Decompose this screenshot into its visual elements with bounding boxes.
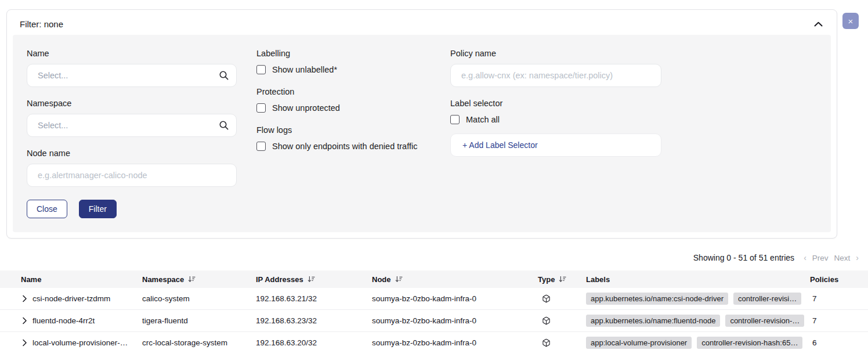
filter-column-right: Policy name Label selector Match all + A… [450,49,661,157]
show-unprotected-label: Show unprotected [272,103,340,113]
endpoint-node: soumya-bz-0zbo-kadm-infra-0 [372,294,538,303]
name-select-input[interactable] [27,64,237,87]
show-unlabelled-checkbox[interactable] [256,65,266,74]
filter-panel: Filter: none Name [6,9,837,239]
expand-row-chevron-right-icon[interactable] [22,339,27,347]
endpoints-page: Filter: none Name [0,0,868,350]
show-unlabelled-option: Show unlabelled* [256,65,431,74]
prev-chevron-icon[interactable]: ‹ [804,253,806,262]
match-all-option: Match all [450,115,661,124]
endpoint-ip: 192.168.63.21/32 [256,294,372,303]
endpoint-namespace: tigera-fluentd [142,316,256,325]
next-chevron-icon[interactable]: › [856,253,859,262]
close-icon: × [848,16,853,26]
endpoint-ip: 192.168.63.20/32 [256,338,372,347]
prev-page-button[interactable]: Prev [812,254,829,262]
show-unlabelled-label: Show unlabelled* [272,65,337,74]
policies-count: 6 [810,338,868,347]
name-field-label: Name [27,49,237,58]
chevron-up-icon [814,21,823,27]
search-icon [219,70,229,81]
expand-row-chevron-right-icon[interactable] [22,295,27,302]
sort-icon[interactable] [308,276,315,283]
node-name-input[interactable] [27,164,237,187]
table-header-row: Name Namespace IP Addresses Node [0,270,868,288]
policy-name-filter-field: Policy name [450,49,661,87]
match-all-label: Match all [466,115,500,124]
sort-icon[interactable] [559,276,566,283]
filter-column-middle: Labelling Show unlabelled* Protection Sh… [256,49,431,164]
filter-column-left: Name Namespace [27,49,237,218]
policy-name-field-label: Policy name [450,49,661,58]
column-header-name[interactable]: Name [0,275,142,284]
label-chip[interactable]: app.kubernetes.io/name:fluentd-node [586,315,720,327]
sort-icon[interactable] [188,276,196,283]
node-name-filter-field: Node name [27,149,237,187]
collapse-filter-button[interactable] [813,20,824,28]
namespace-filter-field: Namespace [27,99,237,137]
denied-traffic-option: Show only endpoints with denied traffic [256,142,431,151]
filter-form: Name Namespace [13,35,831,232]
column-header-type[interactable]: Type [538,275,583,284]
name-filter-field: Name [27,49,237,87]
label-chip[interactable]: controller-revision-… [725,315,804,327]
pagination-bar: Showing 0 - 51 of 51 entries ‹ Prev Next… [0,239,868,265]
endpoint-namespace: calico-system [142,294,256,303]
policy-name-input[interactable] [450,64,661,87]
pod-type-icon [538,338,583,347]
label-selector-heading: Label selector [450,99,661,108]
label-chip[interactable]: controller-revisi… [733,293,801,305]
endpoint-namespace: crc-local-storage-system [142,338,256,347]
denied-traffic-checkbox[interactable] [256,142,266,151]
entries-summary: Showing 0 - 51 of 51 entries [693,253,794,262]
show-unprotected-checkbox[interactable] [256,103,266,113]
endpoint-node: soumya-bz-0zbo-kadm-infra-0 [372,338,538,347]
table-row: fluentd-node-4rr2t tigera-fluentd 192.16… [0,310,868,332]
label-chip[interactable]: app:local-volume-provisioner [586,337,692,349]
pod-type-icon [538,316,583,325]
labelling-heading: Labelling [256,49,431,58]
sort-icon[interactable] [395,276,403,283]
search-icon [219,120,229,131]
pod-type-icon [538,294,583,303]
namespace-select-input[interactable] [27,114,237,137]
endpoint-name[interactable]: local-volume-provisioner-… [32,338,128,347]
policies-count: 7 [810,294,868,303]
node-name-field-label: Node name [27,149,237,158]
filter-row: Filter: none Name [0,0,868,239]
filter-actions: Close Filter [27,200,237,218]
expand-row-chevron-right-icon[interactable] [22,317,27,324]
table-row: local-volume-provisioner-… crc-local-sto… [0,332,868,350]
table-row: csi-node-driver-tzdmm calico-system 192.… [0,288,868,310]
next-page-button[interactable]: Next [834,254,851,262]
flow-logs-heading: Flow logs [256,125,431,135]
label-chip[interactable]: controller-revision-hash:65… [697,337,802,349]
endpoints-table: Name Namespace IP Addresses Node [0,270,868,350]
denied-traffic-label: Show only endpoints with denied traffic [272,142,417,151]
column-header-labels[interactable]: Labels [583,275,810,284]
close-button[interactable]: Close [27,200,67,218]
column-header-ip-addresses[interactable]: IP Addresses [256,275,372,284]
endpoint-name[interactable]: csi-node-driver-tzdmm [32,294,110,303]
filter-button[interactable]: Filter [79,200,117,218]
policies-count: 7 [810,316,868,325]
pager: ‹ Prev Next › [804,253,859,262]
endpoint-ip: 192.168.63.23/32 [256,316,372,325]
filter-panel-header: Filter: none [13,16,831,35]
namespace-field-label: Namespace [27,99,237,108]
protection-heading: Protection [256,87,431,96]
column-header-namespace[interactable]: Namespace [142,275,256,284]
add-label-selector-button[interactable]: + Add Label Selector [450,133,661,157]
label-chip[interactable]: app.kubernetes.io/name:csi-node-driver [586,293,728,305]
filter-panel-title: Filter: none [20,19,63,29]
endpoint-node: soumya-bz-0zbo-kadm-infra-0 [372,316,538,325]
column-header-policies[interactable]: Policies [810,275,868,284]
endpoint-name[interactable]: fluentd-node-4rr2t [32,316,95,325]
show-unprotected-option: Show unprotected [256,103,431,113]
dismiss-filter-button[interactable]: × [842,13,859,29]
column-header-node[interactable]: Node [372,275,538,284]
match-all-checkbox[interactable] [450,115,460,124]
